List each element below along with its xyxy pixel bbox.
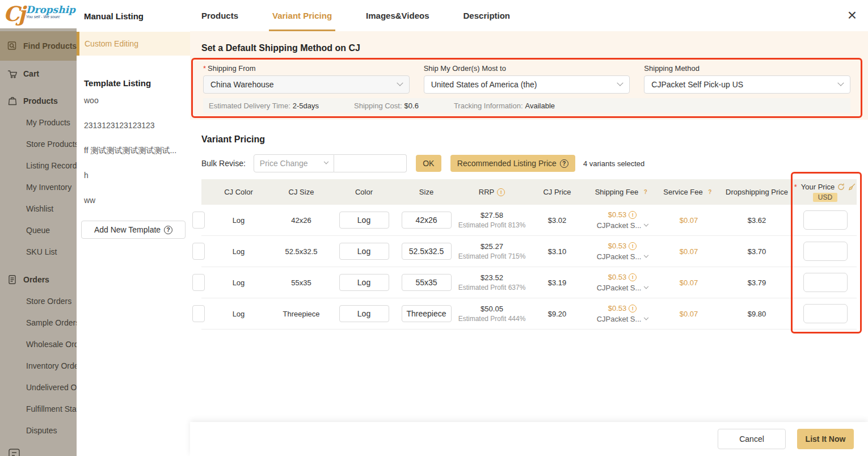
cj-color-value: Log [208,310,269,318]
shipping-section-heading: Set a Default Shipping Method on CJ [190,31,868,58]
your-price-input[interactable] [803,273,848,292]
tab-description[interactable]: Description [464,0,511,31]
tab-products[interactable]: Products [201,0,238,31]
service-fee-value: $0.07 [656,247,721,256]
chevron-down-icon [644,252,648,257]
cj-price-value: $3.19 [526,278,588,287]
template-item[interactable]: 2313123123123123 [77,113,190,138]
sidebar-item-queue[interactable]: Queue [0,219,77,241]
your-price-input[interactable] [803,210,848,230]
size-input[interactable] [402,243,452,260]
shipping-method-mini-select[interactable]: CJPacket S... [597,284,648,292]
sidebar-item-label: My Products [26,118,70,127]
ok-button[interactable]: OK [416,155,441,172]
color-input[interactable] [339,212,389,229]
shipping-from-select[interactable]: China Warehouse [203,75,410,94]
dropshipping-price-value: $3.62 [721,216,793,225]
chevron-down-icon [644,284,648,288]
shipping-fee-cell: $0.53! CJPacket S... [588,210,656,230]
bulk-revise-input[interactable] [334,154,407,172]
sidebar-item-label: Disputes [26,426,57,435]
tab-images-videos[interactable]: Images&Videos [366,0,429,31]
color-input[interactable] [339,243,389,260]
sidebar-item-products[interactable]: Products [0,90,77,112]
sidebar-item-label: Store Orders [26,297,71,306]
clipped-sku-input[interactable] [192,212,205,229]
sidebar-item-label: Listing Record [26,161,77,170]
sidebar-section-icon-partial [8,448,77,456]
sidebar-item-cart[interactable]: Cart [0,63,77,85]
cj-size-value: 55x35 [269,278,333,287]
sidebar-item-disputes[interactable]: Disputes [0,420,77,441]
sidebar-item-sample-orders[interactable]: Sample Orders [0,312,77,333]
clipped-sku-input[interactable] [192,274,205,291]
close-icon[interactable]: × [848,5,857,26]
sidebar-item-listing-record[interactable]: Listing Record [0,155,77,176]
nav-item-custom-editing[interactable]: Custom Editing [77,32,190,56]
shipping-info-strip: Estimated Delivery Time:2-5days Shipping… [203,98,850,113]
logo-brand: Dropship [26,5,75,15]
sidebar-item-wishlist[interactable]: Wishlist [0,198,77,219]
template-item[interactable]: ff 测试测试测试测试测试... [77,138,190,163]
warning-icon: ! [629,273,637,281]
sidebar-item-store-orders[interactable]: Store Orders [0,290,77,312]
your-price-input[interactable] [803,304,848,323]
tab-variant-pricing[interactable]: Variant Pricing [272,0,332,31]
bulk-revise-row: Bulk Revise: Price Change OK Recommended… [201,154,857,172]
recommended-listing-price-button[interactable]: Recommended Listing Price ? [450,155,575,172]
col-cj-size: CJ Size [269,188,333,196]
sidebar-item-label: Undelivered Orders [26,383,77,392]
variant-table-header: CJ Color CJ Size Color Size RRP ! CJ Pri… [201,179,857,205]
template-item[interactable]: ww [77,188,190,213]
your-price-input[interactable] [803,242,848,261]
sidebar-item-orders[interactable]: Orders [0,269,77,290]
sidebar-item-store-products[interactable]: Store Products [0,133,77,155]
variant-row: Log 55x35 $23.52Estimated Profit 637% $3… [201,267,857,298]
list-it-now-button[interactable]: List It Now [797,429,854,449]
clipped-sku-input[interactable] [192,305,205,322]
template-item[interactable]: woo [77,88,190,113]
bulk-revise-select[interactable]: Price Change [254,154,334,172]
color-input[interactable] [339,305,389,322]
shipping-method-mini-select[interactable]: CJPacket S... [597,221,648,230]
template-item-label: woo [84,96,99,105]
sidebar-item-my-inventory[interactable]: My Inventory [0,176,77,198]
shipping-from-label: *Shipping From [203,64,410,73]
size-input[interactable] [402,305,452,322]
sidebar-item-my-products[interactable]: My Products [0,112,77,133]
shipping-method-group: Shipping Method CJPacket Self Pick-up US [644,64,850,94]
sync-icon[interactable] [837,183,845,191]
sidebar-item-find-products[interactable]: Find Products [0,31,77,61]
clear-broom-icon[interactable] [848,183,856,191]
sidebar-item-undelivered-orders[interactable]: Undelivered Orders [0,377,77,398]
shipping-method-select[interactable]: CJPacket Self Pick-up US [644,75,850,94]
size-input[interactable] [402,212,452,229]
template-item-label: h [84,171,89,180]
color-input[interactable] [339,274,389,291]
size-input[interactable] [402,274,452,291]
sidebar: Cj Dropship You sell - We sourc Find Pro… [0,0,77,456]
add-new-template-button[interactable]: Add New Template ? [81,221,186,239]
currency-badge: USD [813,193,837,202]
sidebar-item-inventory-orders[interactable]: Inventory Orders [0,355,77,377]
ship-to-select[interactable]: United States of America (the) [424,75,630,94]
sidebar-item-fulfillment[interactable]: Fulfillment Stats [0,398,77,420]
add-template-label: Add New Template [94,225,161,234]
variant-row: Log 52.5x32.5 $25.27Estimated Profit 715… [201,236,857,267]
shipping-method-mini-select[interactable]: CJPacket S... [597,252,648,261]
bulk-revise-label: Bulk Revise: [201,159,246,168]
col-service-fee: Service Fee ? [656,188,721,196]
template-item[interactable]: h [77,163,190,188]
sidebar-item-wholesale-orders[interactable]: Wholesale Orders [0,333,77,355]
bulk-select-value: Price Change [260,159,308,168]
cancel-button[interactable]: Cancel [718,429,786,449]
modal-footer: Cancel List It Now [190,422,868,456]
cj-size-value: 42x26 [269,216,333,225]
shipping-section: Set a Default Shipping Method on CJ *Shi… [190,31,868,120]
shipping-method-mini-select[interactable]: CJPacket S... [597,315,648,323]
products-bag-icon [7,95,18,107]
cj-dropshipping-logo[interactable]: Cj Dropship You sell - We sourc [0,0,77,28]
clipped-sku-input[interactable] [192,243,205,260]
sidebar-item-sku-list[interactable]: SKU List [0,241,77,263]
variant-row: Log 42x26 $27.58Estimated Profit 813% $3… [201,205,857,236]
